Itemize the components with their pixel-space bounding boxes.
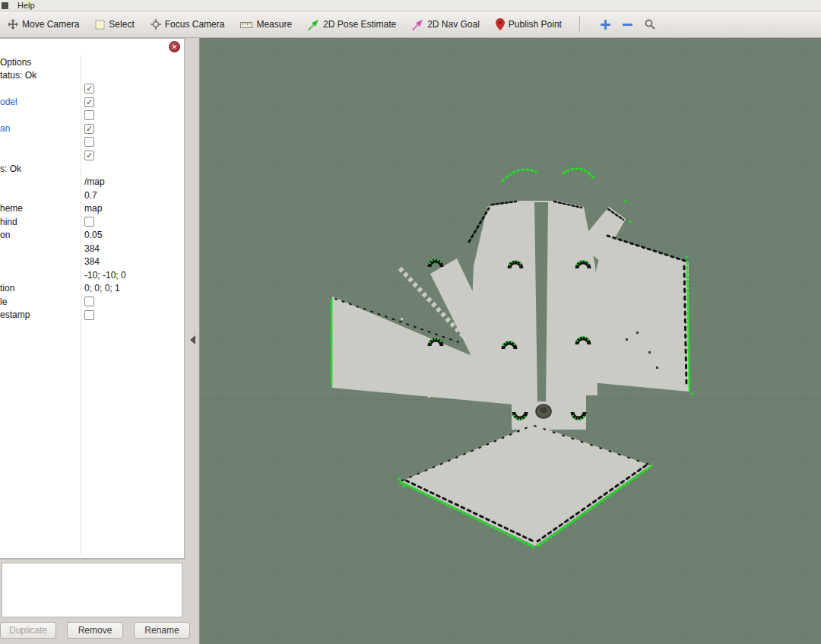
focus-camera-icon [151, 19, 161, 30]
displays-tree: ✕ Optionstatus: Ok✓odel✓an✓✓s: Ok/map0.7… [0, 38, 185, 559]
property-row: odel✓ [0, 96, 184, 109]
tool-2d-nav-goal[interactable]: 2D Nav Goal [409, 17, 483, 33]
checkbox-unchecked[interactable] [84, 310, 94, 320]
close-panel-icon[interactable]: ✕ [169, 41, 180, 52]
nav-goal-icon [412, 19, 423, 30]
checkbox-unchecked[interactable] [84, 297, 94, 306]
property-value[interactable]: map [81, 203, 102, 214]
property-row: Options [0, 56, 184, 69]
tool-focus-camera[interactable]: Focus Camera [147, 17, 228, 32]
pose-estimate-icon [308, 19, 319, 30]
property-value [81, 110, 94, 120]
property-row: ✓ [0, 149, 184, 163]
tool-label: Move Camera [22, 19, 79, 30]
property-label[interactable]: tatus: Ok [0, 70, 81, 81]
property-label[interactable]: an [0, 123, 81, 134]
property-row: ✓ [0, 82, 184, 96]
checkbox-checked[interactable]: ✓ [84, 124, 94, 134]
tool-measure[interactable]: Measure [237, 17, 295, 32]
tool-label: Publish Point [509, 19, 562, 30]
property-row: 384 [0, 242, 184, 255]
property-value[interactable]: -10; -10; 0 [81, 270, 126, 281]
tool-2d-pose-estimate[interactable]: 2D Pose Estimate [305, 17, 399, 33]
tool-label: Focus Camera [165, 19, 225, 30]
property-row: tion0; 0; 0; 1 [0, 282, 184, 296]
property-label[interactable]: odel [0, 97, 81, 107]
property-label[interactable]: hind [0, 217, 81, 227]
toolbar: Move Camera Select Focus Camera Measure … [0, 11, 821, 38]
property-row [0, 109, 184, 122]
tool-move-camera[interactable]: Move Camera [5, 17, 82, 32]
property-value [81, 310, 94, 320]
property-label[interactable]: heme [0, 203, 81, 214]
property-value[interactable]: 0.05 [81, 230, 102, 240]
menu-help[interactable]: Help [14, 1, 38, 10]
zoom-controls [601, 19, 655, 30]
magnifier-icon[interactable] [645, 19, 655, 30]
displays-panel: ✕ Optionstatus: Ok✓odel✓an✓✓s: Ok/map0.7… [0, 38, 186, 644]
panel-collapse-handle[interactable] [190, 335, 195, 344]
property-value [81, 217, 94, 227]
publish-point-icon [496, 18, 505, 30]
property-value[interactable]: 384 [81, 243, 100, 254]
zoom-in-icon[interactable] [601, 20, 610, 30]
property-value[interactable]: 384 [81, 256, 100, 267]
property-row: 0.7 [0, 189, 184, 202]
measure-icon [240, 21, 252, 29]
duplicate-button[interactable]: Duplicate [0, 622, 56, 639]
property-label[interactable]: estamp [0, 309, 81, 320]
menubar: Help [0, 0, 821, 11]
property-row: /map [0, 176, 184, 189]
select-icon [95, 20, 105, 30]
move-camera-icon [8, 19, 18, 30]
property-row: tatus: Ok [0, 69, 184, 83]
checkbox-unchecked[interactable] [84, 137, 94, 147]
tool-select[interactable]: Select [92, 17, 137, 32]
panel-buttons: Duplicate Remove Rename [0, 622, 190, 639]
property-row: 384 [0, 255, 184, 269]
description-box [2, 563, 182, 617]
property-row [0, 135, 184, 149]
displays-tree-rows: Optionstatus: Ok✓odel✓an✓✓s: Ok/map0.7he… [0, 56, 184, 322]
tool-publish-point[interactable]: Publish Point [493, 16, 565, 33]
property-row: an✓ [0, 122, 184, 136]
property-label[interactable]: on [0, 230, 81, 240]
property-value[interactable]: /map [81, 176, 105, 187]
property-value: ✓ [81, 84, 94, 94]
remove-button[interactable]: Remove [67, 622, 123, 639]
property-row: on0.05 [0, 229, 184, 243]
robot-marker [536, 404, 551, 418]
property-value: ✓ [81, 124, 94, 134]
property-value: ✓ [81, 151, 94, 160]
checkbox-checked[interactable]: ✓ [84, 84, 94, 94]
property-value[interactable]: 0.7 [81, 190, 97, 201]
property-value [81, 137, 94, 147]
tool-label: 2D Pose Estimate [323, 19, 396, 30]
property-label[interactable]: s: Ok [0, 163, 81, 174]
property-label[interactable]: tion [0, 283, 81, 293]
tool-label: Select [109, 19, 134, 30]
property-row: estamp [0, 309, 184, 322]
property-row: -10; -10; 0 [0, 268, 184, 282]
property-row: hind [0, 215, 184, 229]
property-row: le [0, 295, 184, 309]
property-value[interactable]: 0; 0; 0; 1 [81, 283, 120, 293]
tool-label: 2D Nav Goal [427, 19, 480, 30]
toolbar-separator [579, 16, 580, 33]
property-label[interactable]: Options [0, 57, 81, 68]
rename-button[interactable]: Rename [134, 622, 190, 639]
property-label[interactable]: le [0, 297, 81, 307]
property-value [81, 297, 94, 306]
3d-viewport[interactable] [199, 38, 821, 644]
checkbox-unchecked[interactable] [84, 217, 94, 227]
zoom-out-icon[interactable] [623, 20, 632, 30]
checkbox-checked[interactable]: ✓ [84, 151, 94, 160]
checkbox-unchecked[interactable] [84, 110, 94, 120]
property-value: ✓ [81, 97, 94, 107]
tool-label: Measure [256, 19, 292, 30]
property-row: hememap [0, 202, 184, 216]
property-row: s: Ok [0, 162, 184, 176]
app-icon [2, 2, 8, 9]
3d-viewport-canvas[interactable] [200, 38, 821, 644]
checkbox-checked[interactable]: ✓ [84, 97, 94, 107]
